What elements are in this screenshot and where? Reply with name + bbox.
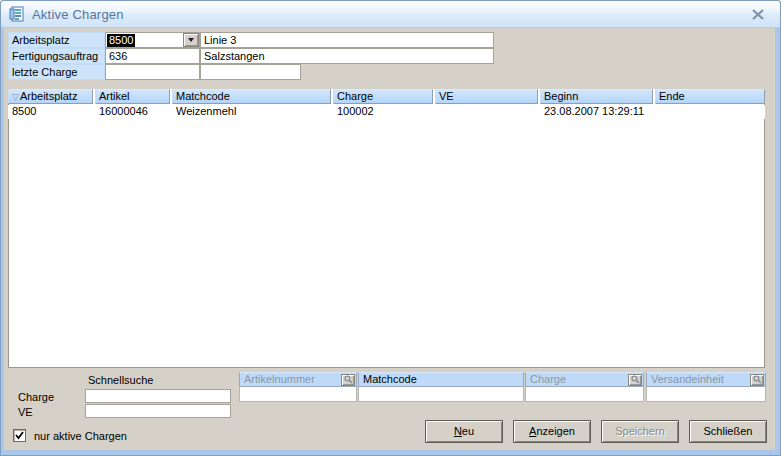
anzeigen-button[interactable]: Anzeigen <box>513 420 591 443</box>
cell-arbeitsplatz: 8500 <box>8 105 95 119</box>
cell-ve <box>435 105 540 119</box>
column-header-matchcode[interactable]: Matchcode <box>172 89 331 104</box>
letzte-charge-field[interactable] <box>105 64 200 80</box>
column-header-beginn[interactable]: Beginn <box>540 89 653 104</box>
column-header-ende[interactable]: Ende <box>655 89 765 104</box>
search-header-versandeinheit: Versandeinheit <box>646 372 766 387</box>
column-header-ve[interactable]: VE <box>435 89 538 104</box>
table-row[interactable]: 8500 16000046 Weizenmehl 100002 23.08.20… <box>8 105 765 119</box>
magnifier-icon[interactable] <box>628 374 642 386</box>
arbeitsplatz-combobox[interactable]: 8500 <box>105 32 200 48</box>
arbeitsplatz-description-field: Linie 3 <box>200 32 494 48</box>
label-arbeitsplatz: Arbeitsplatz <box>8 32 105 48</box>
search-input-artikelnummer[interactable] <box>239 387 357 402</box>
window-title: Aktive Chargen <box>32 7 124 22</box>
nur-aktive-chargen-checkbox[interactable] <box>13 429 26 442</box>
quicksearch-charge-input[interactable] <box>85 389 231 403</box>
quicksearch-ve-label: VE <box>18 406 33 418</box>
cell-artikel: 16000046 <box>95 105 172 119</box>
letzte-charge-description-field <box>200 64 301 80</box>
form-document-icon <box>9 6 26 23</box>
label-letzte-charge: letzte Charge <box>8 64 105 80</box>
speichern-button: Speichern <box>601 420 679 443</box>
label-fertigungsauftrag: Fertigungsauftrag <box>8 48 105 64</box>
magnifier-icon[interactable] <box>750 374 764 386</box>
search-input-matchcode[interactable] <box>358 387 524 402</box>
quicksearch-ve-input[interactable] <box>85 404 231 418</box>
cell-ende <box>655 105 765 119</box>
chargen-table[interactable] <box>8 89 765 368</box>
check-icon <box>15 431 24 440</box>
search-header-matchcode: Matchcode <box>358 372 524 387</box>
quicksearch-title: Schnellsuche <box>88 374 153 386</box>
schliessen-button[interactable]: Schließen <box>689 420 767 443</box>
search-input-charge[interactable] <box>525 387 644 402</box>
magnifier-icon[interactable] <box>341 374 355 386</box>
titlebar[interactable]: Aktive Chargen <box>1 1 780 28</box>
cell-beginn: 23.08.2007 13:29:11 <box>540 105 655 119</box>
dialog-aktive-chargen: Aktive Chargen Arbeitsplatz 8500 Linie 3… <box>0 0 781 456</box>
close-icon[interactable] <box>752 9 764 20</box>
cell-charge: 100002 <box>333 105 435 119</box>
search-input-versandeinheit[interactable] <box>646 387 766 402</box>
neu-button[interactable]: Neu <box>425 420 503 443</box>
fertigungsauftrag-description-field: Salzstangen <box>200 48 494 64</box>
search-header-artikelnummer: Artikelnummer <box>239 372 357 387</box>
search-header-charge: Charge <box>525 372 644 387</box>
table-header-row: ▽Arbeitsplatz Artikel Matchcode Charge V… <box>8 89 765 104</box>
cell-matchcode: Weizenmehl <box>172 105 333 119</box>
column-header-arbeitsplatz[interactable]: ▽Arbeitsplatz <box>8 89 93 104</box>
column-header-artikel[interactable]: Artikel <box>95 89 170 104</box>
nur-aktive-chargen-label: nur aktive Chargen <box>34 430 127 442</box>
quicksearch-charge-label: Charge <box>18 391 54 403</box>
column-header-charge[interactable]: Charge <box>333 89 433 104</box>
sort-indicator-icon: ▽ <box>12 92 19 102</box>
combobox-selected-value: 8500 <box>107 34 135 47</box>
fertigungsauftrag-field[interactable]: 636 <box>105 48 200 64</box>
chevron-down-icon[interactable] <box>183 33 199 47</box>
